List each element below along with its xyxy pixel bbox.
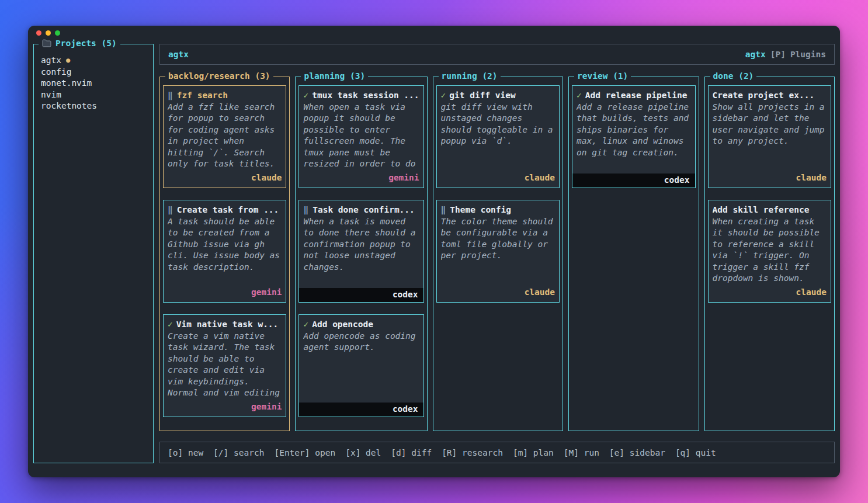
- task-agent: claude: [441, 172, 555, 184]
- task-title: tmux task session ...: [312, 90, 419, 102]
- project-name: monet.nvim: [41, 78, 92, 89]
- task-title-row: Create project ex...: [713, 90, 827, 102]
- sidebar-project-item[interactable]: nvim: [41, 89, 146, 101]
- check-icon: ✓: [577, 90, 582, 102]
- task-card[interactable]: ✓ Add opencode Add opencode as coding ag…: [298, 314, 423, 417]
- task-description: When creating a task it should be possib…: [713, 216, 827, 285]
- task-card[interactable]: ✓ Add release pipeline Add a release pip…: [572, 85, 695, 188]
- task-agent: claude: [441, 287, 555, 299]
- project-name: config: [41, 67, 71, 78]
- keybinding-hint: [x] del: [345, 448, 381, 457]
- project-name: rocketnotes: [41, 100, 97, 112]
- task-description: git diff view with unstaged changes shou…: [441, 102, 555, 147]
- sidebar-project-item[interactable]: config: [41, 67, 146, 78]
- column-title: backlog/research (3): [165, 71, 273, 81]
- column-title: running (2): [439, 71, 501, 81]
- sidebar-project-item[interactable]: agtx ●: [41, 55, 146, 67]
- column-title: planning (3): [301, 71, 368, 81]
- project-name: agtx: [41, 55, 61, 67]
- minimize-window-button[interactable]: [46, 30, 51, 36]
- task-agent: codex: [572, 174, 695, 188]
- task-agent: claude: [168, 172, 282, 184]
- task-title: Vim native task w...: [176, 319, 279, 331]
- check-icon: ✓: [303, 90, 308, 102]
- task-description: When a task is moved to done there shoul…: [303, 216, 419, 273]
- plugins-label: Plugins: [790, 50, 826, 59]
- keybinding-hint: [d] diff: [391, 448, 432, 457]
- column-cards: Create project ex... Show all projects i…: [708, 85, 831, 426]
- topbar-app-name: agtx: [745, 50, 766, 59]
- task-title-row: ‖ Create task from ...: [168, 204, 282, 216]
- terminal-window: Projects (5) agtx ● config monet.nvim nv…: [28, 26, 840, 477]
- sidebar-project-item[interactable]: monet.nvim: [41, 78, 146, 89]
- task-title-row: ✓ Vim native task w...: [168, 319, 282, 331]
- folder-icon: [42, 39, 51, 47]
- sidebar-title: Projects (5): [39, 39, 120, 48]
- topbar: agtx agtx [P] Plugins: [159, 44, 835, 65]
- keybinding-hint: [q] quit: [675, 448, 716, 457]
- task-description: Show all projects in a sidebar and let t…: [713, 102, 827, 147]
- task-title-row: Add skill reference: [713, 204, 827, 216]
- sidebar-project-item[interactable]: rocketnotes: [41, 100, 146, 112]
- column-title: done (2): [710, 71, 757, 81]
- task-title: Create task from ...: [177, 204, 279, 216]
- task-agent: gemini: [168, 401, 282, 413]
- column-cards: ✓ tmux task session ... When open a task…: [298, 85, 423, 426]
- task-card[interactable]: ‖ Create task from ... A task should be …: [163, 200, 286, 303]
- check-icon: ✓: [303, 319, 308, 331]
- task-description: Create a vim native task wizard. The tas…: [168, 331, 282, 399]
- kanban-column: done (2) Create project ex... Show all p…: [704, 77, 835, 431]
- task-card[interactable]: ‖ Task done confirm... When a task is mo…: [298, 200, 423, 303]
- keybinding-hint: [e] sidebar: [609, 448, 665, 457]
- task-description: The color theme should be configurable v…: [441, 216, 555, 262]
- keybinding-hint: [M] run: [564, 448, 599, 457]
- task-description: Add opencode as coding agent support.: [303, 331, 419, 353]
- window-titlebar: [28, 26, 840, 39]
- task-title-row: ✓ tmux task session ...: [303, 90, 419, 102]
- task-card[interactable]: Create project ex... Show all projects i…: [708, 85, 831, 188]
- kanban-board: backlog/research (3) ‖ fzf search Add a …: [159, 77, 835, 431]
- column-cards: ✓ Add release pipeline Add a release pip…: [572, 85, 695, 426]
- keybinding-hint: [o] new: [168, 448, 203, 457]
- keybinding-hint: [R] research: [442, 448, 503, 457]
- zoom-window-button[interactable]: [55, 30, 60, 36]
- project-name: nvim: [41, 89, 61, 101]
- main-panel: agtx agtx [P] Plugins backlog/research (…: [159, 39, 835, 463]
- active-project-dot: ●: [66, 55, 70, 67]
- task-title-row: ‖ fzf search: [168, 90, 282, 102]
- task-card[interactable]: ✓ Vim native task w... Create a vim nati…: [163, 314, 286, 417]
- task-card[interactable]: ‖ fzf search Add a fzf like search for p…: [163, 85, 286, 188]
- statusbar: [o] new[/] search[Enter] open[x] del[d] …: [159, 442, 835, 463]
- keybinding-hint: [m] plan: [513, 448, 554, 457]
- pause-icon: ‖: [441, 204, 447, 216]
- task-title: Create project ex...: [713, 90, 815, 102]
- task-card[interactable]: ‖ Theme config The color theme should be…: [436, 200, 560, 303]
- task-title-row: ‖ Theme config: [441, 204, 555, 216]
- task-agent: codex: [299, 403, 423, 417]
- task-agent: claude: [713, 172, 827, 184]
- task-card[interactable]: Add skill reference When creating a task…: [708, 200, 831, 303]
- project-list: agtx ● config monet.nvim nvim rocketnote…: [41, 55, 146, 112]
- task-agent: gemini: [303, 172, 419, 184]
- pause-icon: ‖: [168, 204, 173, 216]
- check-icon: ✓: [441, 90, 446, 102]
- task-title-row: ✓ Add release pipeline: [577, 90, 690, 102]
- task-agent: codex: [299, 288, 423, 303]
- task-title: Add skill reference: [713, 204, 810, 216]
- task-card[interactable]: ✓ git diff view git diff view with unsta…: [436, 85, 560, 188]
- task-card[interactable]: ✓ tmux task session ... When open a task…: [298, 85, 423, 188]
- task-description: A task should be able to be created from…: [168, 216, 282, 273]
- topbar-right: agtx [P] Plugins: [745, 50, 826, 59]
- keybinding-hint: [/] search: [213, 448, 264, 457]
- task-title: Task done confirm...: [313, 204, 415, 216]
- plugins-key-hint: [P]: [770, 50, 786, 59]
- app-title: agtx: [168, 50, 189, 59]
- keybinding-hint: [Enter] open: [274, 448, 335, 457]
- close-window-button[interactable]: [36, 30, 41, 36]
- task-title: git diff view: [449, 90, 516, 102]
- column-title: review (1): [574, 71, 631, 81]
- task-title: Theme config: [450, 204, 511, 216]
- column-cards: ✓ git diff view git diff view with unsta…: [436, 85, 560, 426]
- projects-sidebar: Projects (5) agtx ● config monet.nvim nv…: [33, 44, 154, 463]
- task-title-row: ✓ git diff view: [441, 90, 555, 102]
